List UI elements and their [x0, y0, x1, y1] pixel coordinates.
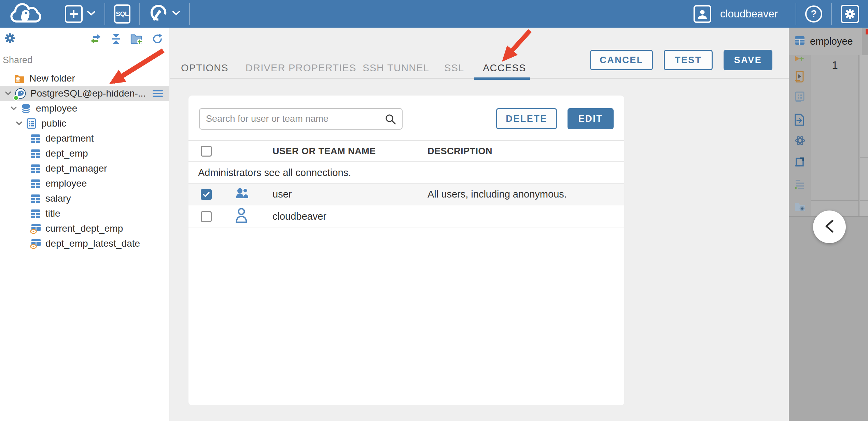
- shared-section-label: Shared: [0, 49, 169, 68]
- access-table: USER OR TEAM NAME DESCRIPTION Administra…: [188, 140, 624, 228]
- tree-item-label: salary: [45, 193, 71, 204]
- table-row-user[interactable]: user All users, including anonymous.: [188, 184, 624, 205]
- execution-log-icon[interactable]: [794, 179, 805, 189]
- tab-options[interactable]: OPTIONS: [181, 62, 228, 74]
- tree-item-label: PostgreSQL@ep-hidden-...: [30, 88, 146, 99]
- add-folder-icon[interactable]: [130, 33, 143, 44]
- sql-icon: SQL: [114, 4, 130, 24]
- view-icon: [30, 238, 41, 249]
- settings-button[interactable]: [832, 0, 868, 28]
- tree-item-label: dept_emp: [45, 148, 88, 159]
- wrench-circle-icon: [149, 4, 168, 24]
- script-icon[interactable]: [794, 71, 805, 83]
- save-results-folder-icon[interactable]: [794, 202, 806, 212]
- collapse-all-icon[interactable]: [111, 33, 122, 44]
- sql-editor-button[interactable]: SQL: [105, 0, 139, 28]
- tab-employee-editor[interactable]: employee: [789, 28, 862, 55]
- tree-item-label: title: [45, 208, 60, 219]
- sync-connections-icon[interactable]: [89, 33, 102, 44]
- navigator-tree: New folder PostgreSQL@ep-hidden-...: [0, 71, 169, 251]
- cloudbeaver-app: SQL: [0, 0, 868, 421]
- chevron-down-icon: [87, 11, 96, 17]
- new-window-icon[interactable]: [794, 156, 805, 168]
- tree-item-label: public: [41, 118, 66, 129]
- help-icon: ?: [805, 5, 822, 23]
- team-icon: [235, 187, 250, 201]
- refresh-icon[interactable]: [152, 33, 163, 45]
- select-all-checkbox[interactable]: [201, 146, 212, 157]
- view-icon: [30, 223, 41, 234]
- table-icon: [30, 208, 41, 219]
- row-checkbox-checked[interactable]: [201, 189, 212, 200]
- table-icon: [795, 36, 805, 47]
- editor-tab-label: employee: [810, 36, 853, 47]
- expand-panel-button[interactable]: [813, 210, 846, 243]
- postgresql-icon: [15, 88, 26, 99]
- tree-item-table-dept-manager[interactable]: dept_manager: [0, 161, 169, 176]
- chevron-down-icon[interactable]: [16, 121, 23, 126]
- tab-driver-properties[interactable]: DRIVER PROPERTIES: [246, 62, 356, 74]
- gear-icon: [841, 5, 859, 23]
- cancel-button[interactable]: CANCEL: [590, 50, 653, 70]
- test-button[interactable]: TEST: [664, 50, 713, 70]
- tree-item-database-employee[interactable]: employee: [0, 101, 169, 116]
- delete-button[interactable]: DELETE: [496, 108, 557, 129]
- tab-ssl[interactable]: SSL: [444, 62, 464, 74]
- tree-item-label: employee: [45, 178, 87, 189]
- user-menu[interactable]: cloudbeaver: [685, 0, 796, 28]
- grid-line: [811, 200, 858, 201]
- tree-item-table-employee[interactable]: employee: [0, 176, 169, 191]
- chevron-left-icon: [824, 219, 835, 235]
- table-header-row: USER OR TEAM NAME DESCRIPTION: [188, 140, 624, 162]
- new-connection-button[interactable]: [56, 0, 104, 28]
- tree-item-view-dept-emp-latest-date[interactable]: dept_emp_latest_date: [0, 236, 169, 251]
- tree-item-table-department[interactable]: department: [0, 131, 169, 146]
- tree-item-schema-public[interactable]: public: [0, 116, 169, 131]
- tree-item-label: current_dept_emp: [45, 223, 123, 234]
- save-button[interactable]: SAVE: [724, 50, 772, 70]
- row-checkbox-unchecked[interactable]: [201, 211, 212, 222]
- grid-line: [860, 157, 868, 158]
- table-icon: [30, 148, 41, 159]
- active-tab-underline: [474, 77, 530, 80]
- tab-ssh-tunnel[interactable]: SSH TUNNEL: [363, 62, 429, 74]
- tree-item-label: employee: [36, 103, 77, 114]
- add-row-icon[interactable]: [794, 55, 805, 64]
- connection-menu-icon[interactable]: [152, 89, 163, 98]
- panel-bottom-area: [789, 217, 868, 421]
- tab-access[interactable]: ACCESS: [483, 62, 526, 74]
- tree-item-view-current-dept-emp[interactable]: current_dept_emp: [0, 221, 169, 236]
- grid-view-icon[interactable]: [794, 91, 805, 103]
- tree-item-postgresql-connection[interactable]: PostgreSQL@ep-hidden-...: [0, 86, 169, 101]
- row-number-column: 1: [811, 55, 859, 216]
- navigator-toolbar: [0, 28, 169, 49]
- data-editor-panel-dimmed: employee: [789, 28, 868, 421]
- tree-item-table-salary[interactable]: salary: [0, 191, 169, 206]
- top-bar-left: SQL: [0, 0, 190, 28]
- chevron-down-icon[interactable]: [5, 91, 12, 96]
- connection-dialog: OPTIONS DRIVER PROPERTIES SSH TUNNEL SSL…: [170, 28, 789, 421]
- row-number: 1: [811, 59, 858, 72]
- tree-item-table-dept-emp[interactable]: dept_emp: [0, 146, 169, 161]
- database-icon: [20, 103, 31, 114]
- filter-settings-icon[interactable]: [4, 32, 16, 45]
- search-input[interactable]: [200, 109, 402, 129]
- chevron-down-icon[interactable]: [10, 106, 18, 111]
- tree-item-new-folder[interactable]: New folder: [0, 71, 169, 86]
- top-bar: SQL: [0, 0, 868, 28]
- editor-toolbar: [789, 55, 811, 216]
- edit-button[interactable]: EDIT: [568, 108, 614, 129]
- driver-manager-button[interactable]: [140, 0, 189, 28]
- plus-icon: [65, 5, 83, 23]
- editor-tab-strip: employee: [789, 28, 868, 55]
- help-button[interactable]: ?: [796, 0, 831, 28]
- user-name-label: cloudbeaver: [720, 8, 778, 20]
- search-field: [199, 108, 403, 130]
- avatar-icon: [694, 5, 711, 23]
- table-row-cloudbeaver[interactable]: cloudbeaver: [188, 205, 624, 228]
- openai-icon[interactable]: [794, 135, 806, 146]
- tree-item-table-title[interactable]: title: [0, 206, 169, 221]
- export-data-icon[interactable]: [794, 114, 804, 126]
- user-icon: [235, 207, 248, 226]
- top-bar-right: cloudbeaver ?: [685, 0, 868, 28]
